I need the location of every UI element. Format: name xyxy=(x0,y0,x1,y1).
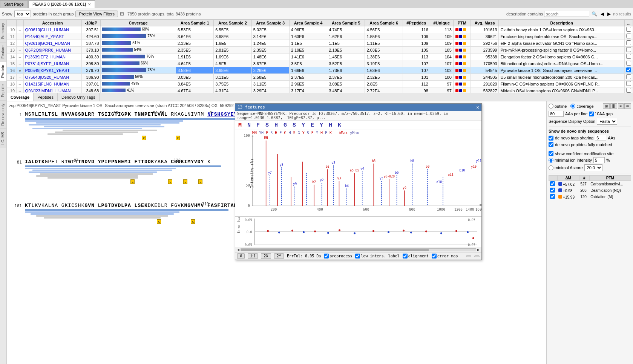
table-row[interactable]: 10 – Q00610|CLH1_HUMAN 397.51 68% 6.53E5… xyxy=(7,26,633,33)
min-ion-radio[interactable] xyxy=(549,158,553,163)
icon-btn-3[interactable]: ≈ xyxy=(618,103,624,109)
search-button[interactable]: 🔍 xyxy=(590,11,598,17)
de-novo-tags-checkbox[interactable] xyxy=(549,136,553,141)
col-peptides[interactable]: #Peptides xyxy=(403,20,430,26)
sidebar-item-peptide[interactable]: Peptide xyxy=(0,81,6,100)
row-check[interactable] xyxy=(625,60,633,67)
row-check[interactable] xyxy=(625,81,633,87)
de-novo-tags-input[interactable] xyxy=(595,135,606,141)
col-area2[interactable]: Area Sample 2 xyxy=(214,20,251,26)
sidebar-item-protein[interactable]: Protein xyxy=(0,61,6,81)
table-row[interactable]: 17 – O75643|US20_HUMAN 386.90 56% 3.03E5… xyxy=(7,74,633,81)
table-row[interactable]: 12 – Q92616|GCN1_HUMAN 387.78 51% 2.33E5… xyxy=(7,40,633,47)
col-ptm[interactable]: PTM xyxy=(453,20,471,26)
spec-extra-btn2[interactable] xyxy=(474,255,480,257)
row-check[interactable] xyxy=(625,54,633,60)
low-intens-check[interactable]: low intens. label xyxy=(355,254,399,258)
ptm-badge-2 xyxy=(463,35,466,38)
min-ion-input[interactable] xyxy=(593,157,605,163)
spec-1to1-btn[interactable]: 1:1 xyxy=(248,253,258,259)
outline-radio-label[interactable]: outline xyxy=(549,104,567,109)
col-coverage[interactable]: Coverage xyxy=(101,20,176,26)
row-accession[interactable]: Q9NJ23|MDN1_HUMAN xyxy=(23,87,81,93)
row-check[interactable] xyxy=(625,47,633,54)
row-accession[interactable]: P13639|EF2_HUMAN xyxy=(23,54,81,60)
spectrum-close-button[interactable]: ✕ xyxy=(476,104,479,110)
tab-peptides[interactable]: Peptides xyxy=(34,93,58,101)
de-novo-fully-checkbox[interactable] xyxy=(549,142,553,147)
outline-radio[interactable] xyxy=(549,104,553,109)
row-accession[interactable]: P00549|KPYK1_YEAST xyxy=(23,67,81,74)
col-desc[interactable]: Description xyxy=(499,20,625,26)
col-lgp[interactable]: -10lgP xyxy=(81,20,100,26)
aas-per-line-input[interactable] xyxy=(549,111,564,117)
table-row[interactable]: 16 ● P00549|KPYK1_YEAST 376.70 78% 3.58E… xyxy=(7,67,633,74)
preprocess-check[interactable]: preprocess xyxy=(324,254,352,258)
10aa-gap-checkbox[interactable] xyxy=(589,112,594,116)
tab-coverage[interactable]: Coverage xyxy=(7,93,34,101)
min-ascore-radio[interactable] xyxy=(549,165,553,170)
table-row[interactable]: 14 – P13639|EF2_HUMAN 400.39 76% 1.91E6 … xyxy=(7,54,633,60)
row-check[interactable] xyxy=(625,87,633,93)
coverage-radio[interactable] xyxy=(570,104,575,109)
row-check[interactable] xyxy=(625,74,633,81)
min-ion-option: minimal ion intensity % xyxy=(549,157,631,163)
row-num: 19 xyxy=(7,87,17,93)
row-check[interactable] xyxy=(625,33,633,40)
row-accession[interactable]: Q6P2Q9|PRR8_HUMAN xyxy=(23,47,81,54)
row-accession[interactable]: Q14315|FLNC_HUMAN xyxy=(23,81,81,87)
row-check[interactable] xyxy=(625,26,633,33)
sidebar-item-summary[interactable]: Summary xyxy=(0,20,6,42)
table-row[interactable]: 15 – P07814|SYEP_HUMAN 398.80 66% 4.64E5… xyxy=(7,60,633,67)
icon-btn-1[interactable]: ⊞ xyxy=(603,103,610,109)
row-check[interactable] xyxy=(625,67,633,74)
spec-hash-btn[interactable]: # xyxy=(237,253,245,259)
row-accession[interactable]: P14540|ALF_YEAST xyxy=(23,33,81,40)
row-accession[interactable]: O75643|US20_HUMAN xyxy=(23,74,81,81)
seq-display-select[interactable]: Fasta xyxy=(597,118,617,125)
tab-peaks8-close[interactable]: ✕ xyxy=(88,2,91,6)
row-area4: 1.1E5 xyxy=(289,40,327,47)
sequence-content[interactable]: >sp|P00549|KPYK1_YEAST Pyruvate kinase 1… xyxy=(7,101,546,364)
alignment-check[interactable]: alignment xyxy=(403,254,429,258)
col-accession[interactable]: Accession xyxy=(23,20,81,26)
col-area3[interactable]: Area Sample 3 xyxy=(251,20,289,26)
search-input[interactable] xyxy=(544,11,589,17)
col-area4[interactable]: Area Sample 4 xyxy=(289,20,327,26)
error-map-check[interactable]: error map xyxy=(432,254,458,258)
col-area1[interactable]: Area Sample 1 xyxy=(176,20,214,26)
10aa-gap-checkbox-label[interactable]: 10AA gap xyxy=(589,112,613,116)
spec-2y-btn[interactable]: 2Y xyxy=(274,253,284,259)
row-accession[interactable]: P07814|SYEP_HUMAN xyxy=(23,60,81,67)
show-confident-checkbox[interactable] xyxy=(549,151,553,156)
tab-peaks8[interactable]: PEAKS 8 [2020-10-06 16:01] ✕ xyxy=(28,0,95,8)
table-row[interactable]: 18 – Q14315|FLNC_HUMAN 397.01 49% 3.84E5… xyxy=(7,81,633,87)
col-area6[interactable]: Area Sample 6 xyxy=(365,20,403,26)
sidebar-item-lc[interactable]: LC-IMS xyxy=(0,128,6,148)
search-prev-button[interactable]: ◀ xyxy=(599,11,605,17)
table-row[interactable]: 11 – P14540|ALF_YEAST 424.60 78% 3.64E6 … xyxy=(7,33,633,40)
col-mass[interactable]: Avg. Mass xyxy=(471,20,499,26)
spec-2x-btn[interactable]: 2X xyxy=(261,253,271,259)
icon-btn-4[interactable]: ✏ xyxy=(624,103,631,109)
sidebar-item-feature[interactable]: Feature xyxy=(0,42,6,61)
spec-extra-btn1[interactable] xyxy=(466,255,471,257)
sidebar-item-denovo[interactable]: De novo only xyxy=(0,100,6,128)
col-area5[interactable]: Area Sample 5 xyxy=(327,20,365,26)
coverage-radio-label[interactable]: coverage xyxy=(570,104,593,109)
row-area6: 3.19E5 xyxy=(365,60,403,67)
row-accession[interactable]: Q92616|GCN1_HUMAN xyxy=(23,40,81,47)
row-area6: 1.38E6 xyxy=(365,54,403,60)
top-select[interactable]: top xyxy=(14,11,31,17)
row-check[interactable] xyxy=(625,40,633,47)
search-next-button[interactable]: ▶ xyxy=(606,11,612,17)
table-row[interactable]: 13 – Q6P2Q9|PRR8_HUMAN 370.10 54% 2.35E5… xyxy=(7,47,633,54)
protein-view-filters-button[interactable]: Protein View Filters xyxy=(75,11,118,17)
table-row[interactable]: 19 – Q9NJ23|MDN1_HUMAN 348.68 41% 4.67E4… xyxy=(7,87,633,93)
tab-start-page[interactable]: Start Page xyxy=(0,0,28,8)
icon-btn-2[interactable]: ||| xyxy=(610,103,617,109)
min-ascore-select[interactable]: 20.0 xyxy=(584,164,602,171)
row-accession[interactable]: Q00610|CLH1_HUMAN xyxy=(23,26,81,33)
tab-denovo-only-tags[interactable]: Denovo Only Tags xyxy=(58,93,100,101)
col-unique[interactable]: #Unique xyxy=(430,20,453,26)
